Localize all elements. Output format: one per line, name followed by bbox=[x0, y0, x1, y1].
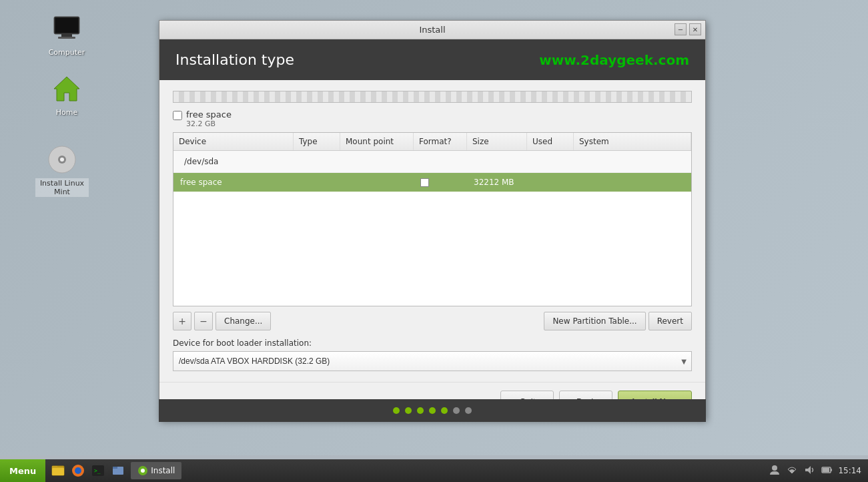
taskbar-volume-icon[interactable] bbox=[803, 464, 815, 478]
taskbar-icons: >_ bbox=[49, 462, 127, 479]
free-space-info: free space 32.2 GB bbox=[186, 109, 232, 128]
desktop-icon-home[interactable]: Home bbox=[40, 73, 93, 117]
dot-3 bbox=[417, 407, 424, 414]
table-row[interactable]: free space 32212 MB bbox=[173, 173, 691, 192]
computer-icon-label: Computer bbox=[49, 48, 85, 57]
svg-rect-22 bbox=[831, 469, 832, 471]
taskbar-terminal-icon[interactable]: >_ bbox=[89, 462, 107, 479]
svg-point-19 bbox=[772, 465, 777, 471]
new-partition-table-button[interactable]: New Partition Table... bbox=[544, 312, 645, 330]
taskbar-filemanager-icon[interactable] bbox=[49, 462, 67, 479]
format-checkbox[interactable] bbox=[420, 178, 429, 187]
disc-icon bbox=[46, 144, 78, 176]
svg-rect-9 bbox=[52, 468, 64, 475]
svg-point-12 bbox=[75, 467, 81, 474]
table-body: /dev/sda free space 32212 MB bbox=[173, 151, 691, 306]
progress-bar-fill bbox=[173, 91, 691, 102]
minimize-button[interactable]: − bbox=[675, 23, 687, 35]
dot-4 bbox=[429, 407, 436, 414]
cell-format bbox=[419, 178, 472, 187]
dot-7 bbox=[465, 407, 472, 414]
header-system: System bbox=[574, 133, 691, 150]
close-button[interactable]: ✕ bbox=[689, 23, 701, 35]
home-icon-label: Home bbox=[56, 108, 77, 117]
taskbar-active-item[interactable]: Install bbox=[131, 462, 181, 479]
header-size: Size bbox=[467, 133, 527, 150]
taskbar-browser-icon[interactable] bbox=[69, 462, 87, 479]
header-mount-point: Mount point bbox=[340, 133, 414, 150]
free-space-row: free space 32.2 GB bbox=[173, 109, 692, 128]
install-dialog: Install − ✕ Installation type www.2dayge… bbox=[159, 20, 706, 421]
desktop-icon-install[interactable]: Install Linux Mint bbox=[35, 144, 89, 197]
dialog-body: free space 32.2 GB Device Type Mount poi… bbox=[159, 80, 705, 382]
watermark: www.2daygeek.com bbox=[539, 52, 689, 68]
svg-rect-23 bbox=[823, 468, 829, 472]
dialog-title: Install bbox=[419, 25, 445, 35]
taskbar-clock: 15:14 bbox=[838, 466, 861, 475]
bootloader-select-wrapper: /dev/sda ATA VBOX HARDDISK (32.2 GB) bbox=[173, 351, 692, 371]
cell-size: 32212 MB bbox=[472, 178, 532, 187]
computer-icon bbox=[51, 13, 83, 45]
header-device: Device bbox=[173, 133, 294, 150]
free-space-label: free space bbox=[186, 109, 232, 119]
table-header: Device Type Mount point Format? Size Use… bbox=[173, 133, 691, 151]
header-format: Format? bbox=[414, 133, 467, 150]
bootloader-label: Device for boot loader installation: bbox=[173, 338, 692, 348]
svg-rect-1 bbox=[55, 18, 78, 33]
menu-button[interactable]: Menu bbox=[0, 459, 45, 482]
remove-partition-button[interactable]: − bbox=[194, 312, 213, 330]
free-space-size: 32.2 GB bbox=[186, 119, 232, 128]
device-group-row: /dev/sda bbox=[173, 151, 691, 173]
dot-1 bbox=[393, 407, 400, 414]
taskbar-battery-icon[interactable] bbox=[821, 464, 833, 478]
taskbar-files-icon[interactable] bbox=[109, 462, 127, 479]
progress-dots bbox=[159, 399, 706, 422]
dialog-header-title: Installation type bbox=[175, 51, 294, 68]
bootloader-section: Device for boot loader installation: /de… bbox=[173, 338, 692, 371]
dot-2 bbox=[405, 407, 412, 414]
svg-point-7 bbox=[60, 158, 64, 162]
svg-rect-16 bbox=[113, 467, 117, 469]
install-icon-label: Install Linux Mint bbox=[35, 178, 89, 197]
taskbar-user-icon[interactable] bbox=[769, 464, 781, 478]
svg-rect-10 bbox=[52, 466, 57, 468]
revert-button[interactable]: Revert bbox=[648, 312, 692, 330]
disk-progress-bar bbox=[173, 91, 692, 103]
header-used: Used bbox=[527, 133, 574, 150]
partition-table: Device Type Mount point Format? Size Use… bbox=[173, 132, 692, 306]
cell-device: free space bbox=[179, 178, 299, 187]
svg-marker-20 bbox=[805, 466, 811, 474]
taskbar-right: 15:14 bbox=[769, 464, 868, 478]
titlebar-buttons: − ✕ bbox=[675, 23, 701, 35]
desktop-icon-computer[interactable]: Computer bbox=[40, 13, 93, 57]
dot-6 bbox=[453, 407, 460, 414]
home-icon bbox=[51, 73, 83, 105]
svg-rect-2 bbox=[61, 34, 72, 37]
svg-point-18 bbox=[141, 469, 145, 473]
svg-rect-3 bbox=[58, 37, 75, 39]
bootloader-select[interactable]: /dev/sda ATA VBOX HARDDISK (32.2 GB) bbox=[173, 351, 692, 371]
dot-5 bbox=[441, 407, 448, 414]
add-partition-button[interactable]: + bbox=[173, 312, 191, 330]
header-type: Type bbox=[294, 133, 340, 150]
taskbar-network-icon[interactable] bbox=[786, 464, 798, 478]
free-space-checkbox[interactable] bbox=[173, 111, 182, 120]
taskbar-item-label: Install bbox=[151, 466, 175, 475]
dialog-titlebar: Install − ✕ bbox=[159, 21, 705, 39]
dialog-header: Installation type www.2daygeek.com bbox=[159, 39, 705, 80]
partition-toolbar: + − Change... New Partition Table... Rev… bbox=[173, 312, 692, 330]
device-label: /dev/sda bbox=[179, 154, 686, 169]
svg-text:>_: >_ bbox=[94, 468, 101, 474]
svg-marker-4 bbox=[54, 77, 79, 101]
change-partition-button[interactable]: Change... bbox=[215, 312, 271, 330]
taskbar: Menu >_ bbox=[0, 459, 868, 482]
